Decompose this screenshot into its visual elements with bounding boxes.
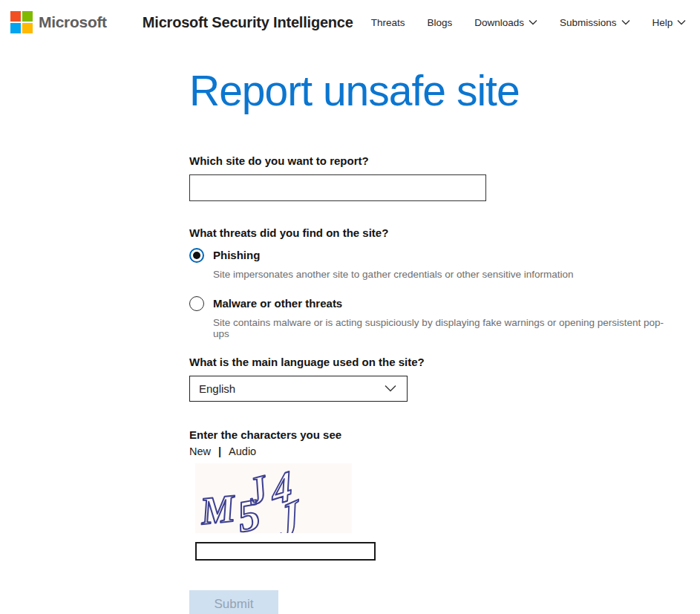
report-form: Report unsafe site Which site do you wan… xyxy=(189,67,664,614)
captcha-new-link[interactable]: New xyxy=(189,445,211,457)
logo-square-red xyxy=(10,11,21,22)
captcha-audio-link[interactable]: Audio xyxy=(229,445,256,457)
chevron-down-icon xyxy=(529,19,537,25)
phishing-description: Site impersonates another site to gather… xyxy=(213,269,664,280)
radio-label-phishing[interactable]: Phishing xyxy=(213,249,260,261)
language-selected-value: English xyxy=(199,382,235,395)
nav-item-threats[interactable]: Threats xyxy=(371,17,405,28)
radio-button-unselected[interactable] xyxy=(189,296,204,311)
radio-label-malware[interactable]: Malware or other threats xyxy=(213,297,342,310)
submit-button[interactable]: Submit xyxy=(189,590,278,614)
language-select[interactable]: English xyxy=(189,376,408,402)
nav-label: Downloads xyxy=(474,17,524,28)
chevron-down-icon xyxy=(385,385,396,392)
site-brand-title[interactable]: Microsoft Security Intelligence xyxy=(143,14,353,31)
microsoft-wordmark[interactable]: Microsoft xyxy=(39,13,107,31)
chevron-down-icon xyxy=(677,19,686,25)
nav-item-submissions[interactable]: Submissions xyxy=(560,17,630,28)
nav-label: Threats xyxy=(371,17,405,28)
nav-label: Submissions xyxy=(560,17,617,28)
threats-question-label: What threats did you find on the site? xyxy=(189,226,664,239)
language-question-label: What is the main language used on the si… xyxy=(189,356,664,368)
main-nav: Threats Blogs Downloads Submissions Help xyxy=(371,17,687,28)
site-url-input[interactable] xyxy=(189,174,486,201)
logo-square-yellow xyxy=(22,23,33,33)
radio-button-selected[interactable] xyxy=(189,248,204,263)
logo-square-green xyxy=(22,11,33,22)
radio-option-malware[interactable]: Malware or other threats xyxy=(189,296,664,311)
radio-option-phishing[interactable]: Phishing xyxy=(189,248,664,263)
nav-item-blogs[interactable]: Blogs xyxy=(427,17,452,28)
page-title: Report unsafe site xyxy=(189,67,664,116)
radio-dot xyxy=(193,252,200,259)
microsoft-logo-icon[interactable] xyxy=(10,11,33,33)
header: Microsoft Microsoft Security Intelligenc… xyxy=(0,0,700,42)
chevron-down-icon xyxy=(621,19,630,25)
nav-label: Blogs xyxy=(427,17,452,28)
svg-text:M: M xyxy=(197,486,238,532)
nav-label: Help xyxy=(652,17,673,28)
site-question-label: Which site do you want to report? xyxy=(189,154,664,167)
malware-description: Site contains malware or is acting suspi… xyxy=(213,317,664,339)
nav-item-help[interactable]: Help xyxy=(652,17,687,28)
captcha-links-divider: | xyxy=(218,445,221,457)
logo-square-blue xyxy=(10,23,21,33)
nav-item-downloads[interactable]: Downloads xyxy=(474,17,537,28)
captcha-input[interactable] xyxy=(195,542,376,561)
captcha-label: Enter the characters you see xyxy=(189,428,664,441)
captcha-image: J 4 M 5 J xyxy=(195,463,352,533)
